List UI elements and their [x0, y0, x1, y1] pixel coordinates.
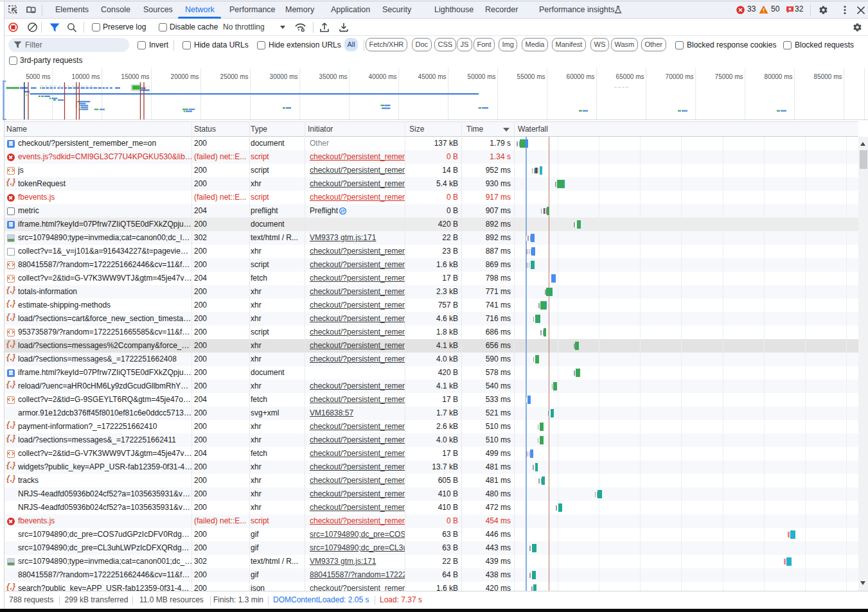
svg-text:25000 ms: 25000 ms [220, 73, 249, 80]
svg-text:20000 ms: 20000 ms [171, 73, 199, 80]
svg-text:70000 ms: 70000 ms [666, 73, 694, 80]
svg-text:50000 ms: 50000 ms [468, 73, 496, 80]
svg-text:75000 ms: 75000 ms [715, 73, 743, 80]
svg-text:10000 ms: 10000 ms [72, 73, 100, 80]
svg-text:15000 ms: 15000 ms [121, 73, 150, 80]
svg-text:5000 ms: 5000 ms [26, 73, 50, 80]
svg-text:40000 ms: 40000 ms [369, 73, 397, 80]
svg-text:30000 ms: 30000 ms [270, 73, 298, 80]
svg-text:65000 ms: 65000 ms [616, 73, 644, 80]
svg-text:35000 ms: 35000 ms [319, 73, 348, 80]
svg-text:80000 ms: 80000 ms [765, 73, 793, 80]
svg-text:60000 ms: 60000 ms [567, 73, 595, 80]
svg-text:45000 ms: 45000 ms [418, 73, 447, 80]
svg-text:55000 ms: 55000 ms [517, 73, 545, 80]
svg-text:85000 ms: 85000 ms [814, 73, 842, 80]
